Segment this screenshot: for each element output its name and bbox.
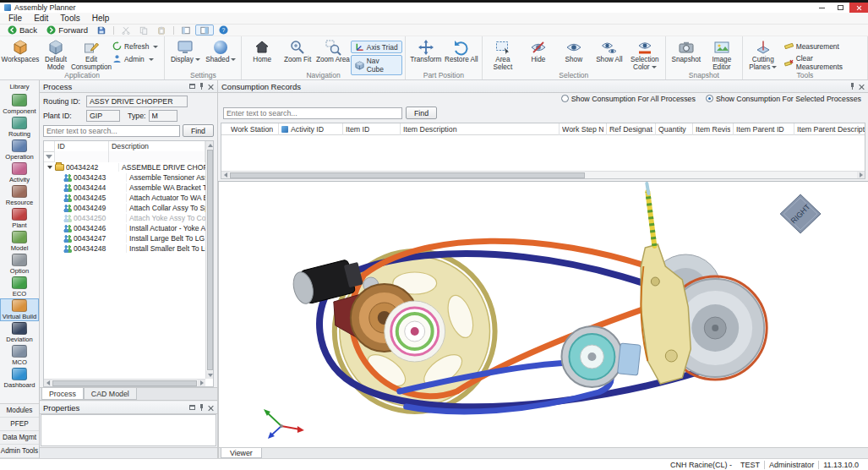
column-header-item-parent-description[interactable]: Item Parent Description [794,123,865,135]
process-row-00434243[interactable]: 00434243Assemble Tensioner Assy To Small… [44,172,205,183]
maximize-button[interactable] [831,3,849,13]
hide-button[interactable]: Hide [521,37,556,73]
process-row-00434249[interactable]: 00434249Attach Collar Assy To Splined Co… [44,203,205,213]
pin-icon[interactable] [849,83,855,90]
show-button[interactable]: Show [556,37,592,73]
sidebar-item-model[interactable]: Model [0,230,39,253]
workspaces-button[interactable]: Workspaces [3,37,38,73]
layout-panels-button[interactable] [177,25,194,36]
column-header-item-parent-id[interactable]: Item Parent ID [734,123,794,135]
process-row-00434248[interactable]: 00434248Install Smaller Belt To LG Pulle… [44,243,205,254]
close-icon[interactable] [208,84,214,90]
menu-help[interactable]: Help [86,14,116,23]
float-window-icon[interactable] [189,84,195,89]
scrollbar-thumb[interactable] [207,150,213,370]
process-vertical-scrollbar[interactable] [205,141,213,379]
scrollbar-thumb[interactable] [52,380,197,386]
column-header-item-description[interactable]: Item Description [401,123,560,135]
float-window-icon[interactable] [189,405,195,410]
restore-all-button[interactable]: Restore All [444,37,479,73]
sidebar-item-activity[interactable]: Activity [0,161,39,184]
filter-cell-description[interactable] [109,151,205,162]
menu-tools[interactable]: Tools [54,14,85,23]
sidebar-item-mco[interactable]: MCO [0,344,39,367]
measurement-button[interactable]: Measurement [781,41,865,52]
cut-button[interactable] [117,25,134,36]
sidebar-item-deviation[interactable]: Deviation [0,321,39,344]
filter-cell-id[interactable] [55,151,109,162]
viewer-panel[interactable]: RIGHT Viewer [218,182,868,458]
collapse-icon[interactable] [44,166,55,169]
minimize-button[interactable] [812,3,831,13]
scroll-left-icon[interactable] [46,380,50,385]
consumption-horizontal-scrollbar[interactable] [221,171,865,178]
paste-button[interactable] [153,25,170,36]
plant-id-input[interactable] [86,110,120,122]
scrollbar-thumb[interactable] [230,172,585,178]
column-header-quantity[interactable]: Quantity [656,123,693,135]
process-search-input[interactable] [43,125,180,137]
process-row-00434246[interactable]: 00434246Install Actuator - Yoke Assy To … [44,223,205,233]
menu-edit[interactable]: Edit [28,14,54,23]
selection-color-button[interactable]: Selection Color [627,37,663,73]
tab-cad-model[interactable]: CAD Model [84,388,137,400]
process-row-00434250[interactable]: 00434250Attach Yoke Assy To Collar Assy [44,213,205,223]
axis-triad-toggle[interactable]: Axis Triad [351,41,402,53]
column-header-item-id[interactable]: Item ID [343,123,401,135]
process-row-00434247[interactable]: 00434247Install Large Belt To LG Pulley,… [44,233,205,243]
default-mode-button[interactable]: Default Mode [38,37,74,73]
routing-id-input[interactable] [86,96,188,107]
type-input[interactable] [149,110,177,122]
sidebar-item-dashboard[interactable]: Dashboard [0,367,39,390]
shaded-button[interactable]: Shaded [203,37,238,73]
refresh-button[interactable]: Refresh [109,41,161,52]
zoom-fit-button[interactable]: Zoom Fit [280,37,315,73]
consumption-search-input[interactable] [223,107,402,119]
column-header-item-revision[interactable]: Item Revision [693,123,734,135]
clear-measurements-button[interactable]: Clear Measurements [781,53,865,72]
copy-button[interactable] [135,25,152,36]
display-button[interactable]: Display [167,37,203,73]
admin-button[interactable]: Admin [109,53,161,64]
help-button[interactable]: ? [215,25,232,36]
sidebar-item-eco[interactable]: ECO [0,276,39,298]
menu-file[interactable]: File [3,14,28,23]
sidebar-bottom-admin-tools[interactable]: Admin Tools [0,445,39,458]
pulley-hub[interactable] [385,301,445,362]
transform-button[interactable]: Transform [408,37,444,73]
scroll-right-icon[interactable] [860,172,863,178]
zoom-area-button[interactable]: Zoom Area [315,37,351,73]
close-button[interactable] [849,3,868,13]
sidebar-item-routing[interactable]: Routing [0,116,39,139]
process-horizontal-scrollbar[interactable] [44,379,205,386]
column-header-ref-designator[interactable]: Ref Designator [607,123,656,135]
layout-viewer-button[interactable] [195,25,214,36]
sidebar-item-virtual-build[interactable]: Virtual Build [0,298,39,321]
close-icon[interactable] [859,84,865,90]
tab-process[interactable]: Process [41,388,84,400]
save-button[interactable] [93,25,110,36]
show-all-button[interactable]: Show All [592,37,627,73]
scroll-right-icon[interactable] [200,380,204,385]
radio-selected-processes[interactable]: Show Consumption For Selected Processes [706,95,861,103]
radio-all-processes[interactable]: Show Consumption For All Processes [561,95,696,103]
column-header-id[interactable]: ID [55,141,109,152]
sidebar-item-plant[interactable]: Plant [0,207,39,230]
filter-icon[interactable] [46,155,52,159]
sidebar-bottom-modules[interactable]: Modules [0,404,39,418]
sidebar-bottom-pfep[interactable]: PFEP [0,418,39,431]
sidebar-bottom-data-mgmt[interactable]: Data Mgmt [0,431,39,445]
home-button[interactable]: Home [244,37,280,73]
scroll-left-icon[interactable] [224,172,227,178]
tab-viewer[interactable]: Viewer [221,448,262,458]
snapshot-button[interactable]: Snapshot [669,37,704,73]
pin-icon[interactable] [199,404,205,411]
pin-icon[interactable] [199,83,205,90]
consumption-find-button[interactable]: Find [406,107,437,119]
sidebar-item-library[interactable]: Library [0,80,39,93]
sidebar-item-component[interactable]: Component [0,93,39,116]
blue-mount-bracket[interactable] [618,343,641,375]
back-button[interactable]: Back [3,25,41,36]
process-row-00434245[interactable]: 00434245Attach Actuator To WA BRKT Yoke … [44,193,205,203]
edit-consumption-button[interactable]: Edit Consumption [74,37,109,73]
